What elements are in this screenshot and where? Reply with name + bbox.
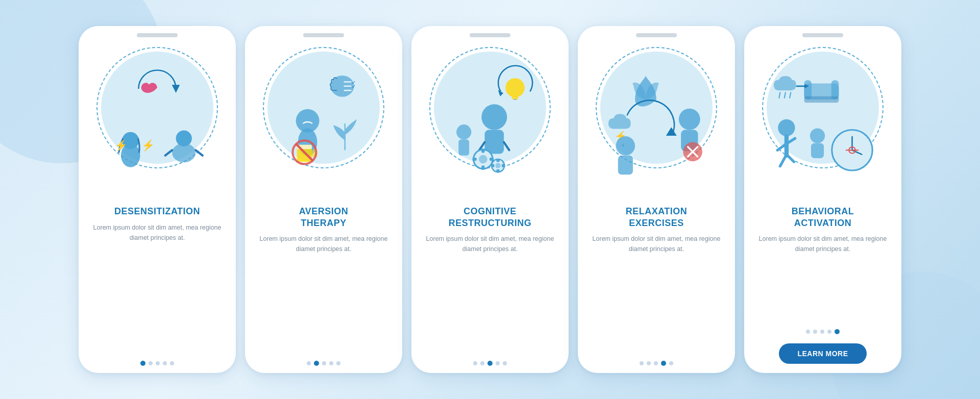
phone-notch-4 <box>636 33 677 37</box>
dot-5-5 <box>835 329 840 334</box>
dots-row-1 <box>140 361 174 366</box>
svg-rect-74 <box>811 143 824 158</box>
svg-line-67 <box>787 155 794 162</box>
svg-line-55 <box>790 92 791 97</box>
card-cognitive-restructuring: COGNITIVE RESTRUCTURING Lorem ipsum dolo… <box>411 26 569 373</box>
dot-5-1 <box>806 330 810 334</box>
svg-rect-35 <box>473 158 477 161</box>
card-title-2: AVERSION THERAPY <box>299 206 349 229</box>
dot-2-5 <box>336 361 340 365</box>
dot-3-3 <box>487 361 493 366</box>
svg-text:⚡: ⚡ <box>114 139 128 152</box>
card-title-1: DESENSITIZATION <box>114 206 200 217</box>
learn-more-button[interactable]: LEARN MORE <box>779 343 866 364</box>
svg-rect-59 <box>804 96 839 103</box>
dot-4-3 <box>654 361 658 365</box>
cards-container: ⚡ ⚡ <box>68 16 912 383</box>
dot-1-2 <box>149 361 153 365</box>
desensitization-illustration: ⚡ ⚡ <box>99 65 216 182</box>
svg-point-27 <box>481 104 507 130</box>
relaxation-illustration: ⚡ + <box>598 65 715 182</box>
cognitive-illustration <box>431 65 549 182</box>
svg-point-5 <box>176 131 192 146</box>
phone-notch <box>137 33 178 37</box>
card-behavioral-activation: BEHAVIORAL ACTIVATION Lorem ipsum dolor … <box>744 26 901 373</box>
card-desc-5: Lorem ipsum dolor sit dim amet, mea regi… <box>755 234 890 323</box>
svg-line-54 <box>785 92 786 97</box>
dot-1-5 <box>170 361 174 365</box>
svg-line-30 <box>504 142 509 151</box>
dot-3-2 <box>480 361 484 365</box>
phone-notch-5 <box>802 33 843 37</box>
svg-rect-33 <box>481 148 484 153</box>
svg-point-73 <box>810 128 825 143</box>
illustration-area-3 <box>411 42 569 201</box>
card-desensitization: ⚡ ⚡ <box>79 26 236 373</box>
card-title-4: RELAXATION EXERCISES <box>626 206 688 229</box>
card-relaxation-exercises: ⚡ + <box>578 26 735 373</box>
svg-point-22 <box>505 78 525 97</box>
illustration-area-4: ⚡ + <box>578 42 735 201</box>
dot-4-4 <box>661 361 666 366</box>
dot-1-3 <box>156 361 160 365</box>
dot-5-2 <box>813 330 817 334</box>
dot-3-5 <box>503 361 507 365</box>
svg-point-46 <box>679 109 700 130</box>
phone-notch-2 <box>303 33 344 37</box>
svg-point-32 <box>479 155 487 164</box>
svg-line-6 <box>165 150 173 155</box>
dot-4-1 <box>640 361 644 365</box>
dot-4-5 <box>669 361 673 365</box>
dot-1-1 <box>140 361 145 366</box>
svg-rect-42 <box>502 164 505 167</box>
dots-row-2 <box>307 361 340 366</box>
svg-line-66 <box>780 155 787 166</box>
illustration-area-5 <box>744 42 901 201</box>
dot-2-3 <box>322 361 326 365</box>
svg-point-62 <box>778 119 795 136</box>
card-title-5: BEHAVIORAL ACTIVATION <box>792 206 854 229</box>
svg-rect-41 <box>491 164 494 167</box>
behavioral-illustration <box>764 65 881 182</box>
svg-rect-40 <box>497 169 500 172</box>
aversion-illustration: ✓ ✓ <box>265 65 382 182</box>
svg-point-25 <box>456 124 471 139</box>
svg-rect-36 <box>489 158 494 161</box>
card-desc-3: Lorem ipsum dolor sit dim amet, mea regi… <box>423 234 557 355</box>
dot-1-4 <box>163 361 167 365</box>
phone-notch-3 <box>470 33 510 37</box>
illustration-area-2: ✓ ✓ <box>245 42 402 201</box>
svg-rect-34 <box>481 166 484 170</box>
card-desc-2: Lorem ipsum dolor sit dim amet, mea regi… <box>256 234 391 355</box>
svg-rect-26 <box>458 139 469 155</box>
illustration-area-1: ⚡ ⚡ <box>79 42 236 201</box>
dot-5-4 <box>827 330 831 334</box>
card-aversion-therapy: ✓ ✓ <box>245 26 402 373</box>
dot-3-1 <box>473 361 477 365</box>
svg-point-38 <box>495 163 500 168</box>
svg-line-53 <box>779 92 780 97</box>
dot-2-1 <box>307 361 311 365</box>
card-title-3: COGNITIVE RESTRUCTURING <box>449 206 532 229</box>
dots-row-5 <box>806 329 840 334</box>
dots-row-4 <box>640 361 673 366</box>
svg-text:⚡: ⚡ <box>141 139 155 152</box>
svg-rect-52 <box>618 156 633 175</box>
svg-line-7 <box>195 150 203 155</box>
svg-text:✓: ✓ <box>352 84 356 89</box>
svg-rect-23 <box>512 96 519 99</box>
dot-4-2 <box>647 361 651 365</box>
card-desc-4: Lorem ipsum dolor sit dim amet, mea regi… <box>589 234 724 355</box>
dot-2-2 <box>314 361 319 366</box>
svg-rect-39 <box>497 159 500 162</box>
dot-5-3 <box>820 330 824 334</box>
svg-point-51 <box>616 136 635 156</box>
card-desc-1: Lorem ipsum dolor sit dim amet, mea regi… <box>90 222 225 355</box>
svg-marker-43 <box>666 127 677 136</box>
dot-2-4 <box>329 361 333 365</box>
dots-row-3 <box>473 361 507 366</box>
dot-3-4 <box>496 361 500 365</box>
